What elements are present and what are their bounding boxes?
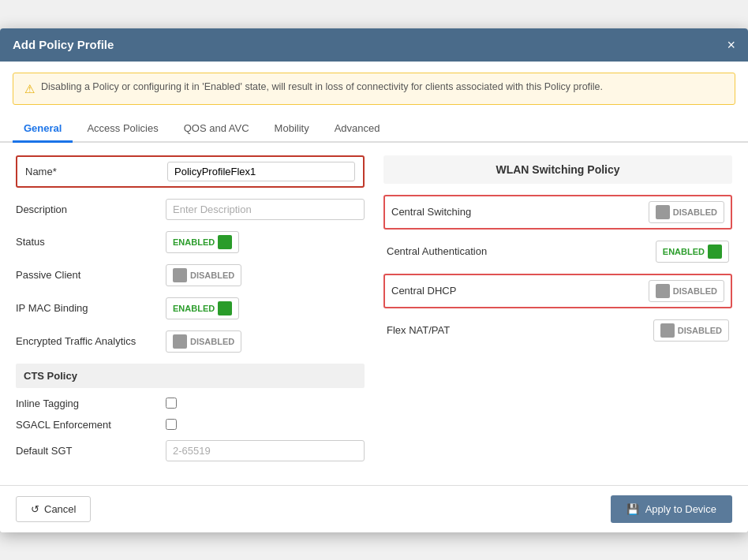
warning-icon: ⚠ (24, 82, 35, 96)
central-switching-label: Central Switching (391, 206, 471, 218)
add-policy-modal: Add Policy Profile × ⚠ Disabling a Polic… (0, 28, 748, 532)
encrypted-indicator (173, 334, 187, 349)
ip-mac-value: ENABLED (173, 304, 215, 313)
central-dhcp-toggle[interactable]: DISABLED (649, 280, 724, 302)
ip-mac-toggle[interactable]: ENABLED (166, 297, 239, 319)
passive-client-toggle[interactable]: DISABLED (166, 264, 241, 286)
ip-mac-row: IP MAC Binding ENABLED (16, 297, 365, 319)
encrypted-label: Encrypted Traffic Analytics (16, 335, 158, 347)
sgacl-row: SGACL Enforcement (16, 419, 365, 431)
ip-mac-label: IP MAC Binding (16, 302, 158, 314)
description-label: Description (16, 203, 158, 215)
encrypted-value: DISABLED (190, 337, 234, 346)
warning-text: Disabling a Policy or configuring it in … (41, 81, 603, 92)
passive-client-label: Passive Client (16, 269, 158, 281)
passive-client-indicator (173, 268, 187, 282)
central-auth-row: Central Authentication ENABLED (383, 241, 732, 263)
tab-general[interactable]: General (13, 116, 73, 143)
apply-label: Apply to Device (645, 503, 716, 515)
tab-mobility[interactable]: Mobility (264, 116, 320, 143)
right-panel: WLAN Switching Policy Central Switching … (383, 155, 732, 472)
modal-footer: ↺ Cancel 💾 Apply to Device (0, 485, 748, 532)
passive-client-row: Passive Client DISABLED (16, 264, 365, 286)
inline-tagging-label: Inline Tagging (16, 398, 158, 409)
status-row: Status ENABLED (16, 231, 365, 253)
sgacl-checkbox[interactable] (166, 419, 177, 430)
flex-nat-value: DISABLED (678, 326, 722, 335)
central-dhcp-indicator (656, 284, 670, 298)
tab-bar: General Access Policies QOS and AVC Mobi… (0, 116, 748, 143)
modal-header: Add Policy Profile × (0, 28, 748, 62)
inline-tagging-row: Inline Tagging (16, 398, 365, 409)
wlan-section-title: WLAN Switching Policy (383, 155, 732, 184)
flex-nat-toggle[interactable]: DISABLED (653, 319, 729, 342)
status-indicator (218, 235, 232, 249)
encrypted-row: Encrypted Traffic Analytics DISABLED (16, 330, 365, 353)
name-label: Name* (25, 166, 167, 177)
status-label: Status (16, 236, 158, 248)
status-value: ENABLED (173, 237, 215, 247)
central-switching-toggle[interactable]: DISABLED (649, 201, 724, 223)
passive-client-value: DISABLED (190, 271, 234, 280)
name-input[interactable] (167, 162, 355, 181)
close-button[interactable]: × (727, 38, 735, 52)
tab-access-policies[interactable]: Access Policies (76, 116, 169, 143)
status-toggle[interactable]: ENABLED (166, 231, 239, 253)
warning-banner: ⚠ Disabling a Policy or configuring it i… (13, 73, 735, 105)
apply-to-device-button[interactable]: 💾 Apply to Device (611, 495, 732, 523)
default-sgt-input[interactable] (166, 440, 365, 461)
central-auth-indicator (708, 245, 722, 259)
flex-nat-indicator (660, 323, 675, 338)
cts-section-header: CTS Policy (16, 364, 365, 388)
description-row: Description (16, 199, 365, 220)
central-auth-toggle[interactable]: ENABLED (656, 241, 729, 263)
left-panel: Name* Description Status ENABLED Passive… (16, 155, 365, 472)
inline-tagging-checkbox[interactable] (166, 398, 177, 409)
ip-mac-indicator (218, 301, 232, 315)
cancel-label: Cancel (44, 503, 76, 515)
modal-title: Add Policy Profile (13, 38, 114, 51)
central-auth-value: ENABLED (663, 247, 705, 256)
flex-nat-label: Flex NAT/PAT (387, 324, 450, 336)
central-dhcp-label: Central DHCP (391, 285, 456, 297)
default-sgt-row: Default SGT (16, 440, 365, 461)
cancel-button[interactable]: ↺ Cancel (16, 496, 91, 522)
flex-nat-row: Flex NAT/PAT DISABLED (383, 319, 732, 342)
central-auth-label: Central Authentication (387, 245, 487, 257)
central-switching-value: DISABLED (673, 207, 717, 217)
tab-advanced[interactable]: Advanced (324, 116, 391, 143)
encrypted-toggle[interactable]: DISABLED (166, 330, 241, 353)
modal-body: Name* Description Status ENABLED Passive… (0, 143, 748, 485)
cancel-icon: ↺ (31, 503, 39, 515)
name-row: Name* (16, 155, 365, 188)
description-input[interactable] (166, 199, 365, 220)
tab-qos-avc[interactable]: QOS and AVC (173, 116, 260, 143)
sgacl-label: SGACL Enforcement (16, 419, 158, 431)
central-dhcp-value: DISABLED (673, 286, 717, 296)
central-switching-row: Central Switching DISABLED (383, 195, 732, 230)
central-switching-indicator (656, 205, 670, 219)
save-icon: 💾 (626, 503, 639, 515)
central-dhcp-row: Central DHCP DISABLED (383, 274, 732, 308)
default-sgt-label: Default SGT (16, 445, 158, 457)
